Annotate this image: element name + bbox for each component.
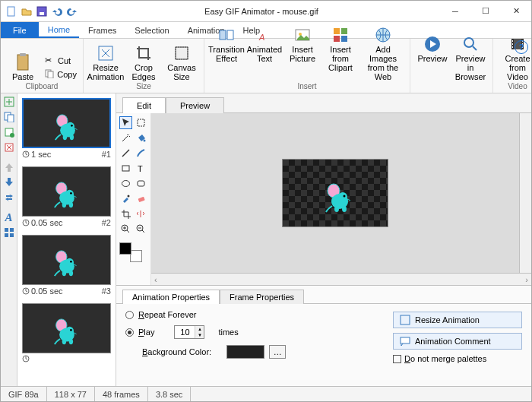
bucket-icon[interactable] bbox=[135, 131, 148, 144]
preview-button[interactable]: Preview bbox=[413, 33, 451, 63]
vertical-scrollbar[interactable] bbox=[519, 113, 531, 273]
resize-animation-button[interactable]: Resize Animation bbox=[87, 43, 125, 81]
tab-preview[interactable]: Preview bbox=[166, 97, 224, 113]
wand-icon[interactable] bbox=[119, 131, 132, 144]
zoom-out-icon[interactable] bbox=[135, 223, 148, 236]
bg-label: Background Color: bbox=[142, 347, 211, 356]
tab-frames[interactable]: Frames bbox=[79, 22, 125, 38]
frame-thumbnail[interactable] bbox=[22, 166, 111, 217]
duplicate-icon[interactable] bbox=[3, 111, 15, 123]
add-images-web-button[interactable]: Add Images from the Web bbox=[359, 24, 407, 81]
svg-point-57 bbox=[65, 258, 74, 267]
frame-thumbnail[interactable] bbox=[22, 303, 111, 353]
undo-icon[interactable] bbox=[51, 5, 63, 17]
svg-rect-27 bbox=[512, 46, 513, 48]
transition-effect-button[interactable]: Transition Effect bbox=[207, 24, 245, 63]
ellipse-icon[interactable] bbox=[119, 177, 132, 190]
status-dimensions: 118 x 77 bbox=[47, 387, 95, 401]
play-times-option[interactable]: Play ▲▼ times bbox=[125, 325, 393, 339]
ribbon-help-icon[interactable]: ? bbox=[515, 40, 528, 54]
bg-color-picker-button[interactable]: … bbox=[269, 345, 286, 359]
frame-item[interactable]: 0.05 sec#3 bbox=[22, 235, 111, 296]
delete-icon[interactable] bbox=[3, 141, 15, 154]
roundrect-icon[interactable] bbox=[135, 177, 148, 190]
frame-thumbnail[interactable] bbox=[22, 98, 111, 148]
crop2-icon[interactable] bbox=[119, 207, 132, 220]
tab-home[interactable]: Home bbox=[39, 22, 79, 38]
grid-icon[interactable] bbox=[3, 226, 15, 239]
resize-animation-prop-button[interactable]: Resize Animation bbox=[393, 312, 522, 328]
frame-thumbnail[interactable] bbox=[22, 235, 111, 285]
repeat-forever-option[interactable]: Repeat Forever bbox=[125, 310, 393, 319]
cut-button[interactable]: ✂Cut bbox=[42, 55, 80, 67]
canvas[interactable] bbox=[151, 113, 519, 273]
tab-animation-properties[interactable]: Animation Properties bbox=[122, 290, 220, 304]
foreground-color[interactable] bbox=[119, 242, 131, 255]
eyedropper-icon[interactable] bbox=[119, 192, 132, 205]
checkbox-icon[interactable] bbox=[393, 355, 401, 363]
svg-rect-40 bbox=[10, 233, 14, 237]
canvas-content[interactable] bbox=[282, 159, 388, 227]
rect-icon[interactable] bbox=[119, 162, 132, 175]
add-frame-icon[interactable] bbox=[3, 96, 15, 108]
spin-up[interactable]: ▲ bbox=[195, 326, 204, 332]
maximize-button[interactable]: ☐ bbox=[470, 1, 501, 22]
canvas-size-button[interactable]: Canvas Size bbox=[163, 43, 201, 81]
frame-list[interactable]: 1 sec#1 0.05 sec#2 0.05 sec#3 bbox=[17, 93, 116, 386]
minimize-button[interactable]: ─ bbox=[440, 1, 470, 22]
frame-item[interactable]: 0.05 sec#2 bbox=[22, 166, 111, 227]
eraser-icon[interactable] bbox=[135, 192, 148, 205]
animation-comment-button[interactable]: Animation Comment bbox=[393, 333, 522, 350]
move-up-icon[interactable] bbox=[3, 161, 15, 173]
text-tool-icon[interactable]: A bbox=[3, 211, 15, 223]
horizontal-scrollbar[interactable]: ‹› bbox=[151, 273, 531, 285]
save-icon[interactable] bbox=[36, 5, 48, 17]
tab-selection[interactable]: Selection bbox=[125, 22, 178, 38]
radio-repeat[interactable] bbox=[125, 311, 134, 319]
radio-play[interactable] bbox=[125, 328, 134, 337]
insert-clipart-button[interactable]: Insert from Clipart bbox=[321, 24, 359, 72]
pointer-icon[interactable] bbox=[119, 116, 132, 129]
frame-index: #3 bbox=[102, 286, 111, 296]
quick-access-toolbar bbox=[1, 5, 83, 17]
frame-item[interactable]: 1 sec#1 bbox=[22, 98, 111, 159]
preview-browser-button[interactable]: Preview in Browser bbox=[451, 33, 489, 81]
open-icon[interactable] bbox=[21, 5, 33, 17]
background-color[interactable] bbox=[130, 250, 142, 262]
reverse-icon[interactable] bbox=[3, 192, 15, 204]
crop-edges-button[interactable]: Crop Edges bbox=[125, 43, 163, 81]
animated-text-button[interactable]: AAnimated Text bbox=[245, 24, 283, 63]
marquee-icon[interactable] bbox=[135, 116, 148, 129]
text-icon[interactable]: T bbox=[135, 162, 148, 175]
property-tabs: Animation Properties Frame Properties bbox=[116, 286, 531, 304]
svg-text:T: T bbox=[138, 164, 143, 173]
scissors-icon: ✂ bbox=[45, 55, 55, 66]
line-icon[interactable] bbox=[119, 147, 132, 160]
brush-icon[interactable] bbox=[135, 147, 148, 160]
redo-icon[interactable] bbox=[66, 5, 78, 17]
insert-picture-button[interactable]: Insert Picture bbox=[283, 24, 321, 63]
frame-item[interactable] bbox=[22, 303, 111, 362]
zoom-in-icon[interactable] bbox=[119, 223, 132, 236]
close-button[interactable]: ✕ bbox=[501, 1, 531, 22]
tab-edit[interactable]: Edit bbox=[122, 97, 166, 113]
play-count-input[interactable] bbox=[175, 326, 195, 338]
new-icon[interactable] bbox=[5, 5, 17, 17]
copy-button[interactable]: Copy bbox=[42, 68, 80, 81]
tab-frame-properties[interactable]: Frame Properties bbox=[220, 290, 304, 304]
play-count-spinner[interactable]: ▲▼ bbox=[174, 325, 204, 339]
import-icon[interactable] bbox=[3, 126, 15, 138]
move-down-icon[interactable] bbox=[3, 176, 15, 188]
merge-palettes-checkbox[interactable]: Do not merge palettes bbox=[393, 354, 522, 363]
color-swatch[interactable] bbox=[119, 242, 142, 262]
paste-button[interactable]: Paste bbox=[4, 52, 42, 81]
spin-down[interactable]: ▼ bbox=[195, 332, 204, 338]
create-from-video-button[interactable]: Create from Video bbox=[496, 33, 532, 81]
svg-rect-18 bbox=[341, 36, 347, 42]
svg-rect-26 bbox=[512, 43, 513, 45]
file-tab[interactable]: File bbox=[1, 22, 39, 38]
flip-icon[interactable] bbox=[135, 207, 148, 220]
svg-point-53 bbox=[69, 202, 73, 207]
bg-color-swatch[interactable] bbox=[226, 345, 264, 359]
svg-text:A: A bbox=[258, 33, 264, 42]
